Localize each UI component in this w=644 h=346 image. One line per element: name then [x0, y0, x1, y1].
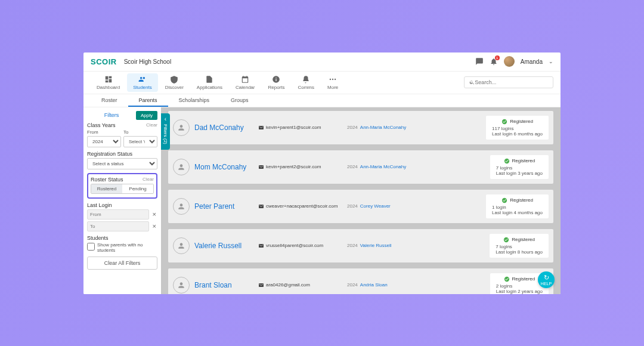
- student-link[interactable]: Ann-Maria McConahy: [360, 125, 406, 130]
- tab-roster[interactable]: Roster: [91, 95, 128, 107]
- avatar[interactable]: [504, 56, 515, 67]
- from-year-select[interactable]: 2024: [87, 136, 121, 147]
- nav-label: Applications: [197, 85, 222, 90]
- registration-section: Registration Status Select a status: [87, 151, 157, 169]
- nav-reports[interactable]: Reports: [262, 73, 290, 92]
- search-input[interactable]: [475, 79, 548, 85]
- check-icon: [504, 276, 510, 282]
- svg-point-1: [332, 78, 333, 79]
- parent-row[interactable]: Brant Sloan ara0426@gmail.com 2024Andria…: [168, 268, 553, 294]
- nav-label: Calendar: [236, 85, 255, 90]
- subnav: Roster Parents Scholarships Groups: [83, 94, 561, 107]
- parent-row[interactable]: Mom McConahy kevin+parent2@scoir.com 202…: [168, 150, 553, 184]
- status-badge: Registered: [496, 276, 543, 282]
- chevron-down-icon[interactable]: ⌄: [549, 58, 553, 64]
- status-box: Registered 1 login Last login 4 months a…: [486, 194, 549, 218]
- svg-point-0: [330, 78, 331, 79]
- clear-all-button[interactable]: Clear All Filters: [87, 257, 157, 270]
- student-link[interactable]: Andria Sloan: [360, 282, 388, 288]
- results-area[interactable]: Dad McConahy kevin+parent1@scoir.com 202…: [161, 107, 561, 294]
- clear-class-years[interactable]: Clear: [146, 122, 157, 128]
- status-box: Registered 7 logins Last login 8 hours a…: [490, 234, 549, 258]
- nav-students[interactable]: Students: [127, 73, 158, 92]
- nav-label: Comms: [298, 85, 314, 90]
- search-icon: [469, 79, 475, 85]
- status-badge: Registered: [492, 197, 543, 203]
- parent-name[interactable]: Valerie Russell: [194, 242, 254, 250]
- roster-status-toggle: Rostered Pending: [91, 184, 154, 194]
- last-login-from[interactable]: [87, 209, 149, 220]
- status-badge: Registered: [492, 119, 543, 125]
- nav-label: More: [327, 85, 338, 90]
- logins-count: 1 login: [492, 205, 543, 210]
- apply-button[interactable]: Apply: [136, 111, 157, 120]
- clear-to-icon[interactable]: ×: [151, 223, 157, 230]
- parent-email: kevin+parent1@scoir.com: [259, 125, 342, 130]
- class-years-section: Class Years Clear From 2024 To Select Ye…: [87, 122, 157, 147]
- clear-roster-status[interactable]: Clear: [143, 177, 154, 183]
- tab-scholarships[interactable]: Scholarships: [168, 95, 221, 107]
- nav-applications[interactable]: Applications: [191, 73, 228, 92]
- parent-row[interactable]: Valerie Russell vrussell4parent@scoir.co…: [168, 229, 553, 262]
- status-badge: Registered: [496, 237, 543, 243]
- last-login-title: Last Login: [87, 202, 112, 208]
- school-name: Scoir High School: [124, 58, 171, 65]
- no-students-checkbox[interactable]: [87, 243, 95, 251]
- parent-name[interactable]: Mom McConahy: [194, 163, 254, 171]
- logins-count: 7 logins: [496, 165, 543, 171]
- parent-student: 2024Ann-Maria McConahy: [347, 164, 413, 169]
- roster-status-section: Roster Status Clear Rostered Pending: [87, 173, 157, 199]
- last-login-to[interactable]: [87, 221, 149, 231]
- search-box[interactable]: [464, 76, 553, 88]
- mainnav: Dashboard Students Discover Applications…: [83, 72, 561, 94]
- status-box: Registered 117 logins Last login 6 month…: [486, 116, 549, 140]
- parent-avatar-icon: [173, 119, 190, 136]
- students-section: Students Show parents with no students: [87, 235, 157, 253]
- brand-logo[interactable]: SCOIR: [91, 57, 117, 66]
- registration-select[interactable]: Select a status: [87, 158, 157, 169]
- parent-avatar-icon: [173, 159, 190, 175]
- nav-label: Reports: [268, 85, 284, 90]
- student-link[interactable]: Corey Weaver: [360, 203, 391, 209]
- filters-title: Filters: [87, 112, 136, 118]
- parent-email: cweaver+nacacparent@scoir.com: [259, 203, 342, 209]
- logins-count: 2 logins: [496, 283, 543, 289]
- parent-email: vrussell4parent@scoir.com: [259, 243, 342, 248]
- tab-groups[interactable]: Groups: [220, 95, 259, 107]
- last-login: Last login 2 years ago: [496, 289, 543, 294]
- clear-from-icon[interactable]: ×: [151, 211, 157, 218]
- roster-status-title: Roster Status: [91, 177, 123, 183]
- username[interactable]: Amanda: [521, 58, 543, 65]
- nav-comms[interactable]: Comms: [292, 73, 320, 92]
- class-years-title: Class Years: [87, 122, 116, 128]
- notif-badge: 1: [495, 55, 500, 60]
- nav-discover[interactable]: Discover: [159, 73, 190, 92]
- student-link[interactable]: Ann-Maria McConahy: [360, 164, 406, 169]
- to-year-select[interactable]: Select Year: [123, 136, 157, 147]
- help-button[interactable]: HELP: [538, 271, 555, 288]
- parent-name[interactable]: Brant Sloan: [194, 281, 254, 289]
- check-icon: [504, 158, 510, 164]
- nav-more[interactable]: More: [321, 73, 344, 92]
- filters-sidebar: Filters Apply Class Years Clear From 202…: [83, 107, 161, 294]
- bell-icon[interactable]: 1: [490, 57, 498, 66]
- parent-row[interactable]: Peter Parent cweaver+nacacparent@scoir.c…: [168, 190, 553, 223]
- no-students-checkbox-row[interactable]: Show parents with no students: [87, 242, 157, 253]
- parent-name[interactable]: Peter Parent: [194, 202, 254, 211]
- rostered-toggle[interactable]: Rostered: [91, 184, 122, 193]
- topbar-right: 1 Amanda ⌄: [475, 56, 553, 67]
- parent-name[interactable]: Dad McConahy: [194, 123, 254, 132]
- to-label: To: [123, 129, 157, 135]
- filters-collapse-tab[interactable]: Filters (2): [161, 113, 170, 150]
- parent-avatar-icon: [173, 237, 190, 254]
- tab-parents[interactable]: Parents: [128, 95, 168, 107]
- nav-dashboard[interactable]: Dashboard: [91, 73, 126, 92]
- students-title: Students: [87, 235, 109, 241]
- parent-row[interactable]: Dad McConahy kevin+parent1@scoir.com 202…: [168, 111, 553, 144]
- pending-toggle[interactable]: Pending: [122, 184, 153, 193]
- logins-count: 117 logins: [492, 126, 543, 131]
- student-link[interactable]: Valerie Russell: [360, 243, 392, 248]
- chat-icon[interactable]: [475, 57, 484, 66]
- app-window: SCOIR Scoir High School 1 Amanda ⌄ Dashb…: [83, 52, 561, 294]
- nav-calendar[interactable]: Calendar: [230, 73, 261, 92]
